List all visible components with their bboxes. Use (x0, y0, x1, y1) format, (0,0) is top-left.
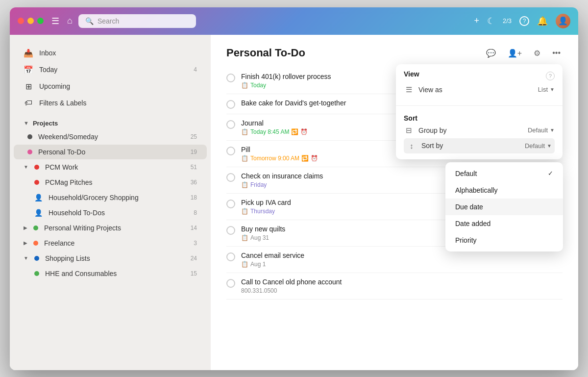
sidebar-item-weekend[interactable]: Weekend/Someday 25 (14, 129, 207, 144)
sidebar-item-shopping-lists[interactable]: ▼ Shopping Lists 24 (14, 251, 207, 266)
group-by-icon: ⊟ (404, 126, 414, 135)
sidebar-inbox-label: Inbox (39, 49, 197, 57)
view-help-icon[interactable]: ? (546, 72, 555, 80)
sort-option-due-date[interactable]: Due date (445, 199, 563, 215)
sidebar-item-pcm-work[interactable]: ▼ PCM Work 51 (14, 160, 207, 175)
more-icon[interactable]: ••• (550, 47, 563, 59)
projects-chevron: ▼ (24, 120, 29, 126)
home-icon[interactable]: ⌂ (67, 16, 73, 26)
sidebar-item-today[interactable]: 📅 Today 4 (14, 62, 207, 78)
date-label: Today 8:45 AM (250, 128, 289, 135)
sort-option-priority[interactable]: Priority (445, 232, 563, 249)
sort-option-label: Alphabetically (455, 186, 497, 194)
sort-by-label: Sort by (421, 142, 520, 150)
project-dot (33, 241, 38, 246)
date-icon: 📋 (241, 234, 248, 241)
view-as-value: List ▼ (538, 86, 555, 93)
minimize-button[interactable] (27, 18, 34, 24)
group-by-row[interactable]: ⊟ Group by Default ▼ (404, 123, 555, 138)
sidebar-item-personal-writing[interactable]: ▶ Personal Writing Projects 14 (14, 221, 207, 235)
sidebar-item-filters[interactable]: 🏷 Filters & Labels (14, 95, 207, 111)
task-complete-button[interactable] (226, 226, 235, 235)
task-item: Call to Cancel old phone account 800.331… (226, 273, 563, 300)
collapse-icon: ▼ (24, 164, 28, 170)
group-by-value: Default ▼ (528, 126, 555, 134)
sidebar-item-upcoming[interactable]: ⊞ Upcoming (14, 78, 207, 95)
add-person-icon[interactable]: 👤+ (506, 47, 524, 60)
project-count: 51 (191, 164, 197, 171)
project-count: 14 (191, 225, 197, 231)
date-icon: 📋 (241, 82, 248, 89)
recur-icon: 🔁 (301, 155, 309, 162)
project-count: 8 (194, 209, 197, 216)
project-label: Personal Writing Projects (44, 224, 185, 232)
filters-icon: 🏷 (24, 99, 33, 107)
sort-option-label: Default (455, 170, 477, 177)
comment-icon[interactable]: 💬 (484, 47, 498, 60)
sidebar-item-hhe[interactable]: HHE and Consumables 15 (14, 266, 207, 281)
sidebar-item-household-grocery[interactable]: 👤 Household/Grocery Shopping 18 (14, 190, 207, 205)
date-label: Tomorrow 9:00 AM (250, 155, 299, 162)
traffic-lights (18, 18, 44, 24)
sidebar-item-freelance[interactable]: ▶ Freelance 3 (14, 236, 207, 251)
expand-icon: ▶ (24, 240, 27, 246)
task-complete-button[interactable] (226, 100, 235, 109)
view-as-label: View as (418, 86, 533, 94)
sidebar-item-inbox[interactable]: 📥 Inbox (14, 45, 207, 61)
task-complete-button[interactable] (226, 279, 235, 288)
view-sort-panel: View ? ☰ View as List ▼ Sort (396, 64, 563, 159)
bell-icon[interactable]: 🔔 (537, 16, 548, 26)
date-icon: 📋 (241, 261, 248, 268)
content-header: Personal To-Do 💬 👤+ ⚙ ••• (211, 35, 578, 68)
task-complete-button[interactable] (226, 252, 235, 261)
project-label: Household To-Dos (49, 209, 188, 217)
task-complete-button[interactable] (226, 120, 235, 129)
sort-option-label: Date added (455, 220, 490, 227)
collapse-icon: ▼ (24, 255, 28, 261)
project-dot (33, 226, 38, 230)
sort-by-row[interactable]: ↕ Sort by Default ▼ (404, 138, 555, 153)
moon-icon[interactable]: ☾ (487, 16, 495, 26)
help-icon[interactable]: ? (519, 16, 529, 26)
search-icon: 🔍 (85, 17, 94, 25)
sort-option-date-added[interactable]: Date added (445, 215, 563, 232)
search-bar[interactable]: 🔍 Search (78, 14, 196, 28)
view-section-title: View (404, 70, 419, 78)
sidebar-item-household-todos[interactable]: 👤 Household To-Dos 8 (14, 205, 207, 220)
inbox-icon: 📥 (24, 49, 33, 58)
sort-option-default[interactable]: Default ✓ (445, 165, 563, 182)
search-input[interactable]: Search (98, 17, 119, 25)
sort-by-icon: ↕ (407, 142, 416, 150)
project-dot (27, 150, 32, 154)
divider (396, 105, 563, 106)
sidebar-item-personal-todo[interactable]: Personal To-Do 19 (14, 145, 207, 159)
alarm-icon: ⏰ (300, 128, 308, 135)
avatar[interactable]: 👤 (556, 14, 570, 28)
sidebar: 📥 Inbox 📅 Today 4 ⊞ Upcoming 🏷 Filters &… (10, 35, 211, 370)
projects-header[interactable]: ▼ Projects (14, 115, 207, 129)
add-icon[interactable]: + (474, 16, 479, 26)
task-title: Call to Cancel old phone account (241, 278, 563, 286)
date-icon: 📋 (241, 128, 248, 135)
date-icon: 📋 (241, 181, 248, 188)
sidebar-upcoming-label: Upcoming (39, 82, 197, 90)
view-as-row[interactable]: ☰ View as List ▼ (404, 82, 555, 98)
project-label: PCM Work (45, 163, 185, 171)
task-complete-button[interactable] (226, 200, 235, 208)
task-date: 800.331.0500 (241, 287, 563, 294)
task-complete-button[interactable] (226, 74, 235, 82)
task-complete-button[interactable] (226, 173, 235, 182)
sidebar-item-pcmag-pitches[interactable]: PCMag Pitches 36 (14, 175, 207, 190)
date-icon: 📋 (241, 208, 248, 215)
sort-option-alphabetically[interactable]: Alphabetically (445, 182, 563, 199)
task-title: Cancel email service (241, 251, 563, 259)
maximize-button[interactable] (37, 18, 44, 24)
karma-display[interactable]: 2/3 (503, 17, 512, 25)
sort-by-value: Default ▼ (525, 142, 552, 150)
project-label: PCMag Pitches (45, 178, 185, 186)
close-button[interactable] (18, 18, 24, 24)
hamburger-icon[interactable]: ☰ (49, 15, 61, 27)
task-complete-button[interactable] (226, 147, 235, 155)
sliders-icon[interactable]: ⚙ (532, 47, 542, 60)
projects-title: Projects (33, 120, 58, 127)
